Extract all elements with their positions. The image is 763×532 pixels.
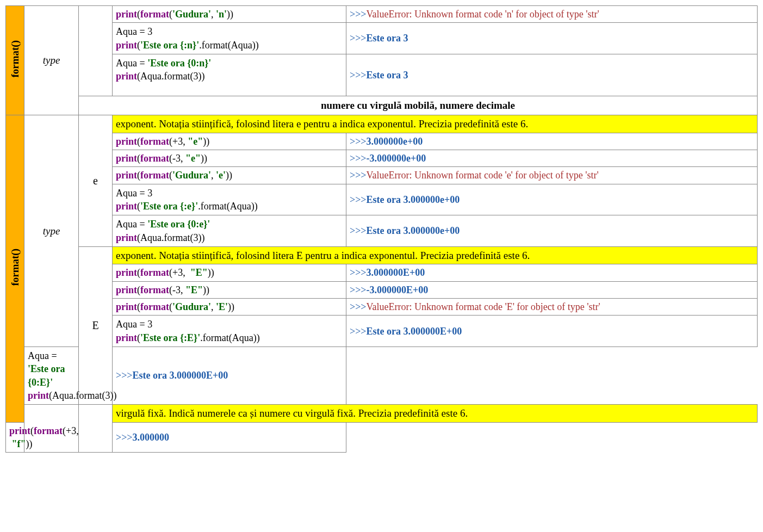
code-f-plus3: print(format(+3, "f")) [6,422,24,453]
code-e-minus3: print(format(-3, "e")) [113,150,346,167]
output-e-aqua-inline: >>>Este ora 3.000000e+00 [346,184,758,215]
code-e-plus3: print(format(+3, "e")) [113,133,346,150]
output-E-plus3: >>>3.000000E+00 [346,264,758,281]
type-label-top: type [24,6,79,115]
output-E-minus3: >>>-3.000000E+00 [346,281,758,298]
output-E-gudura: >>>ValueError: Unknown format code 'E' f… [346,299,758,316]
sidebar-format-bottom: format() [6,115,24,423]
output-e-plus3: >>>3.000000e+00 [346,133,758,150]
output-n-aqua-template: >>>Este ora 3 [346,54,758,96]
code-e-gudura: print(format('Gudura', 'e')) [113,167,346,184]
spec-f-blank [79,405,113,453]
output-E-aqua-inline: >>>Este ora 3.000000E+00 [346,316,758,347]
output-f-plus3: >>>3.000000 [113,422,346,453]
code-E-aqua-inline: Aqua = 3 print('Este ora {:E}'.format(Aq… [113,316,346,347]
output-n-gudura: >>>ValueError: Unknown format code 'n' f… [346,6,758,23]
spec-e-lower: e [79,115,113,247]
desc-e-lower: exponent. Notația stiințifică, folosind … [113,115,758,133]
code-E-aqua-template: Aqua = 'Este ora {0:E}' print(Aqua.forma… [24,347,79,404]
sidebar-format-top: format() [6,6,24,115]
output-n-aqua-inline: >>>Este ora 3 [346,23,758,54]
output-e-gudura: >>>ValueError: Unknown format code 'e' f… [346,167,758,184]
desc-f: virgulă fixă. Indică numerele ca și nume… [113,405,758,423]
output-E-aqua-template: >>>Este ora 3.000000E+00 [113,347,346,404]
code-e-aqua-template: Aqua = 'Este ora {0:e}' print(Aqua.forma… [113,215,346,247]
code-n-gudura: print(format('Gudura', 'n')) [113,6,346,23]
output-e-minus3: >>>-3.000000e+00 [346,150,758,167]
desc-e-upper: exponent. Notația stiințifică, folosind … [113,246,758,264]
format-reference-table: format() type print(format('Gudura', 'n'… [5,5,758,453]
code-E-minus3: print(format(-3, "E")) [113,281,346,298]
sidebar-label-top: format() [8,37,22,81]
code-E-plus3: print(format(+3, "E")) [113,264,346,281]
code-n-aqua-inline: Aqua = 3 print('Este ora {:n}'.format(Aq… [113,23,346,54]
sidebar-label-bottom: format() [8,245,22,289]
type-label-bottom: type [24,115,79,347]
output-e-aqua-template: >>>Este ora 3.000000e+00 [346,215,758,247]
code-n-aqua-template: Aqua = 'Este ora {0:n}' print(Aqua.forma… [113,54,346,96]
section-header-float: numere cu virgulă mobilă, numere decimal… [79,96,758,115]
spec-n-blank [79,6,113,96]
code-e-aqua-inline: Aqua = 3 print('Este ora {:e}'.format(Aq… [113,184,346,215]
code-E-gudura: print(format('Gudura', 'E')) [113,299,346,316]
spec-e-upper: E [79,246,113,404]
